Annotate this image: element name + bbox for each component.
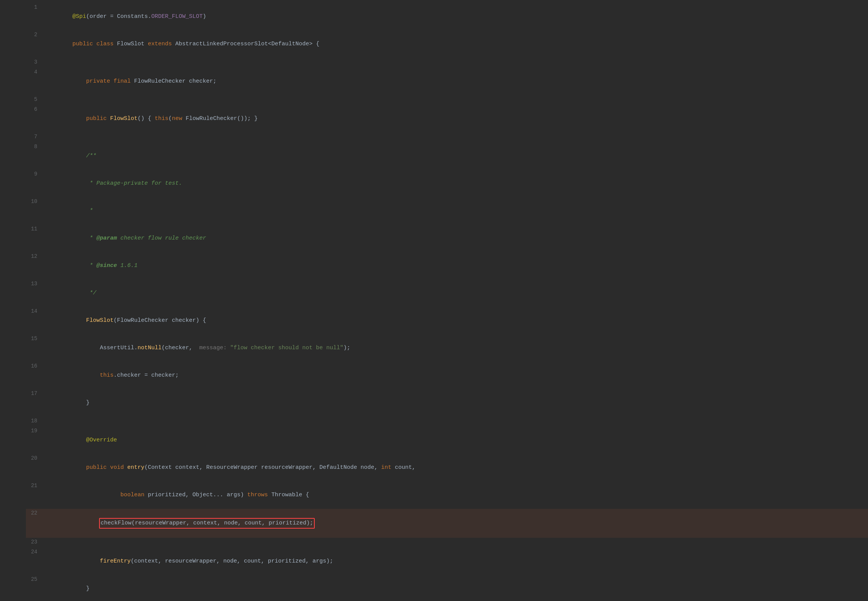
line-18: 18	[26, 417, 868, 427]
code-editor: 1 @Spi(order = Constants.ORDER_FLOW_SLOT…	[0, 0, 868, 601]
line-13: 13 */	[26, 280, 868, 307]
line-25: 25 }	[26, 575, 868, 601]
annotation-spi: @Spi	[72, 13, 86, 20]
outlined-checkflow-call: checkFlow(resourceWrapper, context, node…	[99, 518, 315, 529]
line-3: 3	[26, 58, 868, 68]
line-4: 4 private final FlowRuleChecker checker;	[26, 68, 868, 95]
line-10: 10 *	[26, 197, 868, 225]
line-11: 11 * @param checker flow rule checker	[26, 225, 868, 252]
line-8: 8 /**	[26, 142, 868, 170]
line-23: 23	[26, 538, 868, 548]
gutter	[0, 0, 18, 601]
line-20: 20 public void entry(Context context, Re…	[26, 454, 868, 481]
line-9: 9 * Package-private for test.	[26, 170, 868, 197]
line-21: 21 boolean prioritized, Object... args) …	[26, 481, 868, 509]
line-24: 24 fireEntry(context, resourceWrapper, n…	[26, 548, 868, 575]
line-17: 17 }	[26, 389, 868, 417]
line-2: 2 public class FlowSlot extends Abstract…	[26, 30, 868, 58]
line-19: 19 @Override	[26, 427, 868, 454]
line-14: 14 FlowSlot(FlowRuleChecker checker) {	[26, 307, 868, 334]
line-7: 7	[26, 133, 868, 142]
line-15: 15 AssertUtil.notNull(checker, message: …	[26, 334, 868, 362]
line-5: 5	[26, 95, 868, 105]
line-6: 6 public FlowSlot() { this(new FlowRuleC…	[26, 105, 868, 133]
line-12: 12 * @since 1.6.1	[26, 252, 868, 280]
code-content: 1 @Spi(order = Constants.ORDER_FLOW_SLOT…	[18, 0, 868, 601]
line-16: 16 this.checker = checker;	[26, 362, 868, 389]
line-22: 22 checkFlow(resourceWrapper, context, n…	[26, 509, 868, 538]
line-1: 1 @Spi(order = Constants.ORDER_FLOW_SLOT…	[26, 3, 868, 30]
